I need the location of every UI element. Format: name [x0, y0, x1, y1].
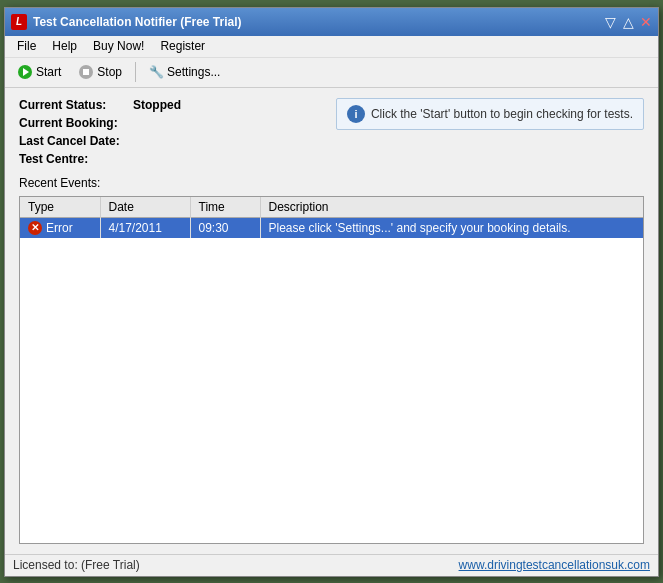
current-status-value: Stopped	[133, 98, 181, 112]
start-label: Start	[36, 65, 61, 79]
status-section: Current Status: Stopped Current Booking:…	[19, 98, 644, 166]
current-status-row: Current Status: Stopped	[19, 98, 181, 112]
col-date: Date	[100, 197, 190, 218]
main-content: Current Status: Stopped Current Booking:…	[5, 88, 658, 554]
events-table-container[interactable]: Type Date Time Description ✕Error4/17/20…	[19, 196, 644, 544]
stop-label: Stop	[97, 65, 122, 79]
info-icon: i	[347, 105, 365, 123]
window-title: Test Cancellation Notifier (Free Trial)	[33, 15, 242, 29]
settings-button[interactable]: 🔧 Settings...	[142, 62, 227, 82]
title-bar-left: L Test Cancellation Notifier (Free Trial…	[11, 14, 242, 30]
last-cancel-date-row: Last Cancel Date:	[19, 134, 181, 148]
main-window: L Test Cancellation Notifier (Free Trial…	[4, 7, 659, 577]
minimize-button[interactable]: ▽	[602, 15, 618, 29]
app-icon: L	[11, 14, 27, 30]
stop-button[interactable]: Stop	[72, 62, 129, 82]
start-icon	[18, 65, 32, 79]
stop-icon	[79, 65, 93, 79]
current-booking-label: Current Booking:	[19, 116, 129, 130]
type-label: Error	[46, 221, 73, 235]
toolbar-separator	[135, 62, 136, 82]
status-left: Current Status: Stopped Current Booking:…	[19, 98, 181, 166]
col-description: Description	[260, 197, 643, 218]
cell-date: 4/17/2011	[100, 217, 190, 238]
menu-bar: File Help Buy Now! Register	[5, 36, 658, 58]
current-status-label: Current Status:	[19, 98, 129, 112]
info-message: Click the 'Start' button to begin checki…	[371, 107, 633, 121]
menu-buynow[interactable]: Buy Now!	[85, 37, 152, 55]
table-header-row: Type Date Time Description	[20, 197, 643, 218]
col-time: Time	[190, 197, 260, 218]
cell-description: Please click 'Settings...' and specify y…	[260, 217, 643, 238]
error-icon: ✕	[28, 221, 42, 235]
test-centre-row: Test Centre:	[19, 152, 181, 166]
status-bar: Licensed to: (Free Trial) www.drivingtes…	[5, 554, 658, 576]
toolbar: Start Stop 🔧 Settings...	[5, 58, 658, 88]
cell-time: 09:30	[190, 217, 260, 238]
test-centre-label: Test Centre:	[19, 152, 129, 166]
menu-help[interactable]: Help	[44, 37, 85, 55]
start-button[interactable]: Start	[11, 62, 68, 82]
info-box: i Click the 'Start' button to begin chec…	[336, 98, 644, 130]
cell-type: ✕Error	[20, 217, 100, 238]
menu-register[interactable]: Register	[152, 37, 213, 55]
settings-icon: 🔧	[149, 65, 163, 79]
col-type: Type	[20, 197, 100, 218]
recent-events-label: Recent Events:	[19, 176, 644, 190]
last-cancel-date-label: Last Cancel Date:	[19, 134, 129, 148]
title-bar: L Test Cancellation Notifier (Free Trial…	[5, 8, 658, 36]
close-button[interactable]: ✕	[638, 15, 654, 29]
website-link[interactable]: www.drivingtestcancellationsuk.com	[459, 558, 650, 572]
settings-label: Settings...	[167, 65, 220, 79]
menu-file[interactable]: File	[9, 37, 44, 55]
current-booking-row: Current Booking:	[19, 116, 181, 130]
licensed-to: Licensed to: (Free Trial)	[13, 558, 140, 572]
title-bar-controls: ▽ △ ✕	[602, 15, 654, 29]
maximize-button[interactable]: △	[620, 15, 636, 29]
events-table: Type Date Time Description ✕Error4/17/20…	[20, 197, 643, 238]
table-row[interactable]: ✕Error4/17/201109:30Please click 'Settin…	[20, 217, 643, 238]
